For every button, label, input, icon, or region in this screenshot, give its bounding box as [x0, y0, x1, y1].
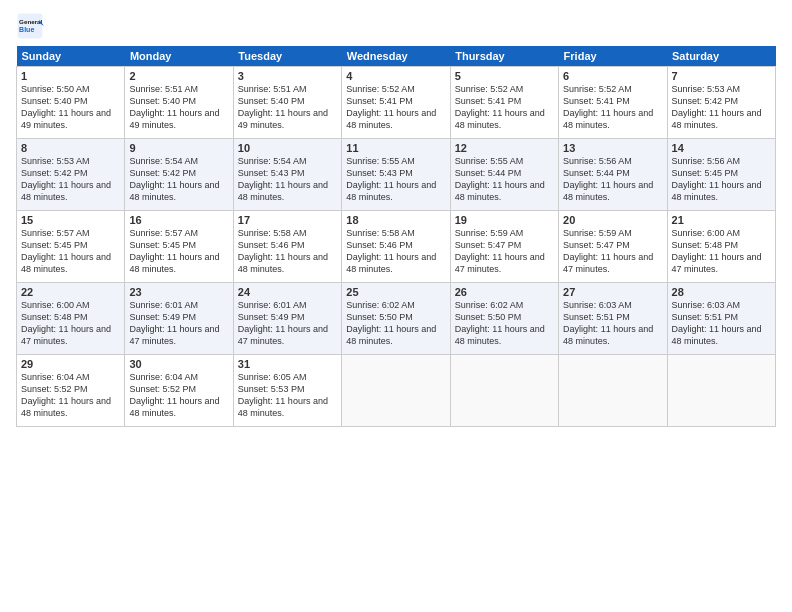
day-info: Sunrise: 5:51 AM Sunset: 5:40 PM Dayligh…: [129, 83, 228, 132]
day-number: 14: [672, 142, 771, 154]
day-number: 15: [21, 214, 120, 226]
day-cell: 15 Sunrise: 5:57 AM Sunset: 5:45 PM Dayl…: [17, 211, 125, 283]
day-number: 28: [672, 286, 771, 298]
day-number: 7: [672, 70, 771, 82]
daylight-label: Daylight: 11 hours and 49 minutes.: [21, 108, 111, 130]
day-cell: 27 Sunrise: 6:03 AM Sunset: 5:51 PM Dayl…: [559, 283, 667, 355]
sunrise-label: Sunrise: 6:02 AM: [455, 300, 524, 310]
daylight-label: Daylight: 11 hours and 48 minutes.: [563, 108, 653, 130]
daylight-label: Daylight: 11 hours and 48 minutes.: [129, 396, 219, 418]
sunrise-label: Sunrise: 5:51 AM: [129, 84, 198, 94]
day-info: Sunrise: 6:00 AM Sunset: 5:48 PM Dayligh…: [21, 299, 120, 348]
day-info: Sunrise: 6:04 AM Sunset: 5:52 PM Dayligh…: [129, 371, 228, 420]
day-info: Sunrise: 6:02 AM Sunset: 5:50 PM Dayligh…: [346, 299, 445, 348]
day-info: Sunrise: 5:52 AM Sunset: 5:41 PM Dayligh…: [455, 83, 554, 132]
sunrise-label: Sunrise: 5:50 AM: [21, 84, 90, 94]
day-cell: 31 Sunrise: 6:05 AM Sunset: 5:53 PM Dayl…: [233, 355, 341, 427]
day-info: Sunrise: 5:52 AM Sunset: 5:41 PM Dayligh…: [563, 83, 662, 132]
sunset-label: Sunset: 5:49 PM: [238, 312, 305, 322]
day-number: 27: [563, 286, 662, 298]
day-cell: 22 Sunrise: 6:00 AM Sunset: 5:48 PM Dayl…: [17, 283, 125, 355]
daylight-label: Daylight: 11 hours and 48 minutes.: [238, 396, 328, 418]
day-cell: 10 Sunrise: 5:54 AM Sunset: 5:43 PM Dayl…: [233, 139, 341, 211]
sunset-label: Sunset: 5:53 PM: [238, 384, 305, 394]
sunset-label: Sunset: 5:46 PM: [346, 240, 413, 250]
daylight-label: Daylight: 11 hours and 48 minutes.: [21, 252, 111, 274]
sunset-label: Sunset: 5:48 PM: [672, 240, 739, 250]
sunset-label: Sunset: 5:42 PM: [672, 96, 739, 106]
day-info: Sunrise: 5:55 AM Sunset: 5:44 PM Dayligh…: [455, 155, 554, 204]
day-number: 11: [346, 142, 445, 154]
col-header-monday: Monday: [125, 46, 233, 67]
daylight-label: Daylight: 11 hours and 48 minutes.: [129, 180, 219, 202]
day-number: 31: [238, 358, 337, 370]
sunset-label: Sunset: 5:40 PM: [238, 96, 305, 106]
day-number: 24: [238, 286, 337, 298]
day-cell: [342, 355, 450, 427]
sunset-label: Sunset: 5:50 PM: [346, 312, 413, 322]
sunset-label: Sunset: 5:45 PM: [672, 168, 739, 178]
daylight-label: Daylight: 11 hours and 48 minutes.: [238, 252, 328, 274]
day-number: 3: [238, 70, 337, 82]
sunset-label: Sunset: 5:48 PM: [21, 312, 88, 322]
sunset-label: Sunset: 5:50 PM: [455, 312, 522, 322]
day-cell: 18 Sunrise: 5:58 AM Sunset: 5:46 PM Dayl…: [342, 211, 450, 283]
sunrise-label: Sunrise: 5:58 AM: [346, 228, 415, 238]
daylight-label: Daylight: 11 hours and 48 minutes.: [455, 108, 545, 130]
daylight-label: Daylight: 11 hours and 48 minutes.: [672, 180, 762, 202]
sunset-label: Sunset: 5:49 PM: [129, 312, 196, 322]
daylight-label: Daylight: 11 hours and 47 minutes.: [238, 324, 328, 346]
day-number: 30: [129, 358, 228, 370]
sunset-label: Sunset: 5:52 PM: [21, 384, 88, 394]
daylight-label: Daylight: 11 hours and 47 minutes.: [672, 252, 762, 274]
sunrise-label: Sunrise: 5:59 AM: [563, 228, 632, 238]
day-number: 13: [563, 142, 662, 154]
sunrise-label: Sunrise: 6:00 AM: [21, 300, 90, 310]
col-header-friday: Friday: [559, 46, 667, 67]
day-cell: [450, 355, 558, 427]
day-cell: 16 Sunrise: 5:57 AM Sunset: 5:45 PM Dayl…: [125, 211, 233, 283]
day-info: Sunrise: 6:00 AM Sunset: 5:48 PM Dayligh…: [672, 227, 771, 276]
day-number: 19: [455, 214, 554, 226]
day-cell: 5 Sunrise: 5:52 AM Sunset: 5:41 PM Dayli…: [450, 67, 558, 139]
day-cell: [667, 355, 775, 427]
day-number: 18: [346, 214, 445, 226]
daylight-label: Daylight: 11 hours and 48 minutes.: [21, 396, 111, 418]
svg-text:Blue: Blue: [19, 26, 34, 33]
sunrise-label: Sunrise: 6:00 AM: [672, 228, 741, 238]
week-row-3: 15 Sunrise: 5:57 AM Sunset: 5:45 PM Dayl…: [17, 211, 776, 283]
sunset-label: Sunset: 5:42 PM: [21, 168, 88, 178]
logo: General Blue: [16, 12, 48, 40]
day-info: Sunrise: 5:51 AM Sunset: 5:40 PM Dayligh…: [238, 83, 337, 132]
week-row-4: 22 Sunrise: 6:00 AM Sunset: 5:48 PM Dayl…: [17, 283, 776, 355]
daylight-label: Daylight: 11 hours and 48 minutes.: [346, 252, 436, 274]
daylight-label: Daylight: 11 hours and 47 minutes.: [21, 324, 111, 346]
sunset-label: Sunset: 5:41 PM: [455, 96, 522, 106]
sunset-label: Sunset: 5:51 PM: [672, 312, 739, 322]
day-info: Sunrise: 6:01 AM Sunset: 5:49 PM Dayligh…: [238, 299, 337, 348]
day-cell: 11 Sunrise: 5:55 AM Sunset: 5:43 PM Dayl…: [342, 139, 450, 211]
daylight-label: Daylight: 11 hours and 48 minutes.: [455, 180, 545, 202]
day-info: Sunrise: 5:58 AM Sunset: 5:46 PM Dayligh…: [346, 227, 445, 276]
sunrise-label: Sunrise: 6:02 AM: [346, 300, 415, 310]
day-number: 9: [129, 142, 228, 154]
day-number: 25: [346, 286, 445, 298]
sunset-label: Sunset: 5:43 PM: [346, 168, 413, 178]
day-info: Sunrise: 6:03 AM Sunset: 5:51 PM Dayligh…: [563, 299, 662, 348]
daylight-label: Daylight: 11 hours and 49 minutes.: [129, 108, 219, 130]
sunrise-label: Sunrise: 5:56 AM: [563, 156, 632, 166]
day-cell: 2 Sunrise: 5:51 AM Sunset: 5:40 PM Dayli…: [125, 67, 233, 139]
col-header-tuesday: Tuesday: [233, 46, 341, 67]
day-info: Sunrise: 5:52 AM Sunset: 5:41 PM Dayligh…: [346, 83, 445, 132]
day-info: Sunrise: 5:57 AM Sunset: 5:45 PM Dayligh…: [129, 227, 228, 276]
page: General Blue SundayMondayTuesdayWednesda…: [0, 0, 792, 435]
sunrise-label: Sunrise: 5:51 AM: [238, 84, 307, 94]
daylight-label: Daylight: 11 hours and 48 minutes.: [238, 180, 328, 202]
sunrise-label: Sunrise: 6:04 AM: [21, 372, 90, 382]
daylight-label: Daylight: 11 hours and 47 minutes.: [129, 324, 219, 346]
daylight-label: Daylight: 11 hours and 48 minutes.: [563, 180, 653, 202]
day-cell: 7 Sunrise: 5:53 AM Sunset: 5:42 PM Dayli…: [667, 67, 775, 139]
sunrise-label: Sunrise: 5:57 AM: [129, 228, 198, 238]
day-number: 10: [238, 142, 337, 154]
day-cell: 29 Sunrise: 6:04 AM Sunset: 5:52 PM Dayl…: [17, 355, 125, 427]
